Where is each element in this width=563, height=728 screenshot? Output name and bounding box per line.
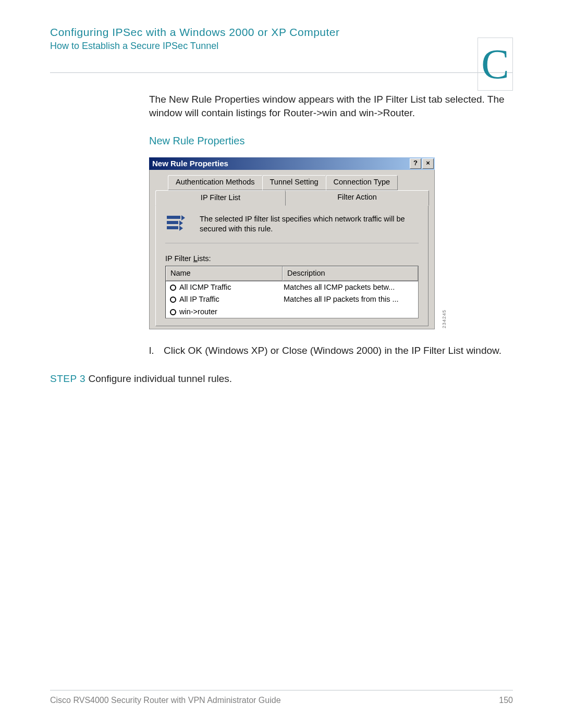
radio-icon	[170, 285, 176, 291]
page-footer: Cisco RVS4000 Security Router with VPN A…	[50, 686, 513, 705]
figure-caption: New Rule Properties	[149, 134, 513, 148]
intro-paragraph: The New Rule Properties window appears w…	[149, 93, 513, 119]
rule-description-text: The selected IP filter list specifies wh…	[200, 214, 419, 233]
cell-name: win->router	[179, 307, 284, 317]
cell-desc: Matches all ICMP packets betw...	[284, 282, 416, 293]
figure-container: 234245 New Rule Properties ? × Authentic…	[149, 157, 440, 329]
ip-filter-listview[interactable]: Name Description All ICMP Traffic Matche…	[165, 266, 419, 318]
label-suffix: ists:	[198, 254, 211, 263]
chapter-title: Configuring IPSec with a Windows 2000 or…	[50, 26, 513, 39]
tab-ip-filter-list[interactable]: IP Filter List	[155, 190, 286, 206]
list-item[interactable]: All IP Traffic Matches all IP packets fr…	[166, 293, 418, 306]
column-header-description[interactable]: Description	[283, 266, 418, 281]
document-page: Configuring IPSec with a Windows 2000 or…	[0, 0, 563, 728]
dialog-titlebar: New Rule Properties ? ×	[149, 157, 435, 170]
step-text: Configure individual tunnel rules.	[85, 373, 232, 384]
list-item[interactable]: win->router	[166, 306, 418, 318]
column-header-name[interactable]: Name	[166, 266, 283, 281]
appendix-letter: C	[478, 38, 512, 90]
radio-icon	[170, 297, 176, 303]
figure-id: 234245	[441, 310, 447, 328]
footer-divider	[50, 690, 513, 690]
list-item[interactable]: All ICMP Traffic Matches all ICMP packet…	[166, 281, 418, 294]
close-button[interactable]: ×	[422, 158, 434, 169]
cell-desc: Matches all IP packets from this ...	[284, 294, 416, 305]
filter-list-icon	[165, 214, 184, 231]
help-button[interactable]: ?	[410, 158, 421, 169]
dialog-title: New Rule Properties	[152, 158, 228, 169]
listview-header: Name Description	[166, 266, 418, 281]
label-prefix: IP Filter	[165, 254, 193, 263]
tab-authentication-methods[interactable]: Authentication Methods	[168, 175, 263, 190]
step-label: STEP 3	[50, 373, 85, 384]
page-body: The New Rule Properties window appears w…	[149, 93, 513, 386]
cell-name: All ICMP Traffic	[179, 282, 284, 293]
radio-icon	[170, 309, 176, 315]
substep-marker: l.	[149, 344, 164, 357]
dialog-body: Authentication Methods Tunnel Setting Co…	[149, 170, 435, 329]
label-hotkey: L	[193, 254, 198, 263]
footer-guide-title: Cisco RVS4000 Security Router with VPN A…	[50, 696, 281, 705]
new-rule-properties-dialog: New Rule Properties ? × Authentication M…	[149, 157, 435, 329]
substep-text: Click OK (Windows XP) or Close (Windows …	[164, 344, 501, 357]
tab-tunnel-setting[interactable]: Tunnel Setting	[262, 175, 326, 190]
tab-filter-action[interactable]: Filter Action	[285, 190, 429, 206]
section-title: How to Establish a Secure IPSec Tunnel	[50, 41, 513, 52]
tabs-back-row: Authentication Methods Tunnel Setting Co…	[168, 175, 429, 190]
ip-filter-lists-label: IP Filter Lists:	[165, 254, 419, 264]
cell-name: All IP Traffic	[179, 294, 284, 305]
step-3: STEP 3 Configure individual tunnel rules…	[50, 372, 513, 386]
header-divider	[50, 72, 513, 73]
page-number: 150	[499, 696, 513, 705]
substep-l: l. Click OK (Windows XP) or Close (Windo…	[149, 344, 513, 357]
tabs-front-row: IP Filter List Filter Action	[155, 190, 429, 206]
rule-description-row: The selected IP filter list specifies wh…	[165, 214, 419, 243]
tab-page-ip-filter-list: The selected IP filter list specifies wh…	[155, 205, 429, 326]
appendix-badge: C	[478, 38, 513, 91]
tab-connection-type[interactable]: Connection Type	[326, 175, 398, 190]
page-header: Configuring IPSec with a Windows 2000 or…	[50, 26, 513, 73]
